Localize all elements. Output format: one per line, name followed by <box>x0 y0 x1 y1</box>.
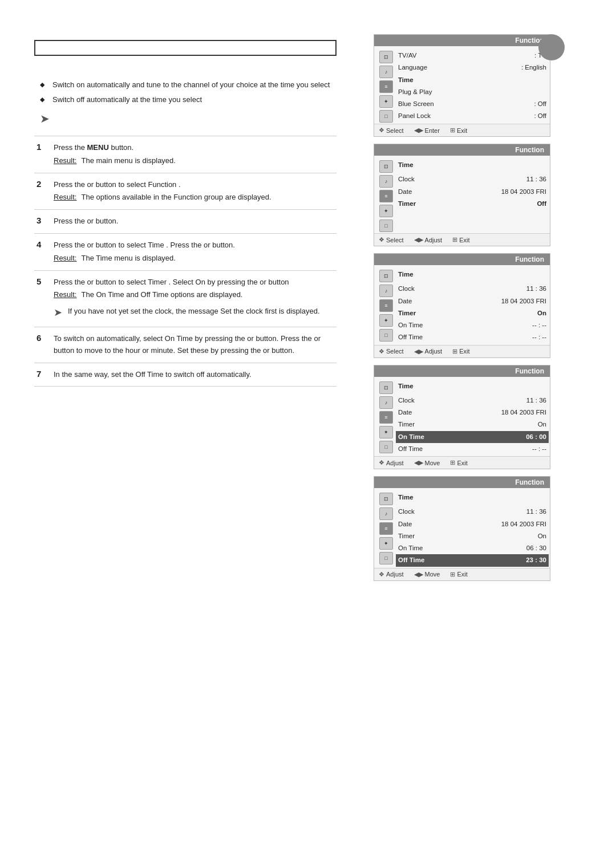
result-text: The options available in the Function gr… <box>81 192 271 204</box>
channel-icon: ≡ <box>379 522 393 535</box>
footer-icon: ❖ <box>379 236 384 243</box>
panels-container: Function⊡♪≡✦□TV/AV: TVLanguage: EnglishT… <box>359 34 565 588</box>
setup-icon: ✦ <box>379 537 393 550</box>
menu-panel-body: ⊡♪≡✦□TV/AV: TVLanguage: EnglishTimePlug … <box>374 46 550 124</box>
menu-row-label: Date <box>398 187 412 197</box>
menu-row-label: Language <box>398 63 427 72</box>
footer-item: ❖Select <box>379 127 404 134</box>
menu-row-label: Clock <box>398 396 415 405</box>
menu-row-value: On <box>537 308 546 318</box>
footer-label: Adjust <box>386 571 404 578</box>
menu-row-label: On Time <box>398 432 424 442</box>
menu-row-value: 06 : 00 <box>526 432 546 442</box>
footer-icon: ⊞ <box>450 571 455 578</box>
table-row: 1Press the MENU button.Result:The main m… <box>34 136 337 173</box>
sound-icon: ♪ <box>379 175 393 188</box>
menu-row: Off Time-- : -- <box>398 331 546 343</box>
footer-icon: ❖ <box>379 127 384 134</box>
menu-content-column: TimeClock11 : 36Date18 04 2003 FRITimerO… <box>398 159 546 232</box>
menu-panel: Function⊡♪≡✦□TimeClock11 : 36Date18 04 2… <box>374 144 550 246</box>
footer-icon: ⊞ <box>452 348 457 355</box>
menu-icons-column: ⊡♪≡✦□ <box>378 491 395 567</box>
result-text: The main menu is displayed. <box>81 155 175 167</box>
step-result: Result:The options available in the Func… <box>54 192 331 204</box>
menu-row-label: Plug & Play <box>398 87 432 97</box>
footer-label: Exit <box>457 571 467 578</box>
menu-row-value: -- : -- <box>532 320 546 330</box>
menu-row-value: Off <box>537 199 546 209</box>
menu-content-column: TimeClock11 : 36Date18 04 2003 FRITimerO… <box>398 491 546 567</box>
menu-row-value: 06 : 30 <box>526 543 546 553</box>
right-panel: Function⊡♪≡✦□TV/AV: TVLanguage: EnglishT… <box>354 23 576 811</box>
menu-panel: Function⊡♪≡✦□TimeClock11 : 36Date18 04 2… <box>374 365 550 470</box>
menu-row-label: Clock <box>398 507 415 517</box>
menu-row: Time <box>398 159 546 171</box>
menu-row: Date18 04 2003 FRI <box>398 295 546 307</box>
step-result: Result:The Time menu is displayed. <box>54 253 331 265</box>
setup-icon: ✦ <box>379 426 393 438</box>
table-row: 6To switch on automatically, select On T… <box>34 327 337 363</box>
footer-item: ◀▶Adjust <box>414 348 443 355</box>
sub-note-arrow-icon: ➤ <box>54 304 62 321</box>
step-text: Press the or button. <box>54 216 331 228</box>
menu-row: Date18 04 2003 FRI <box>398 407 546 419</box>
menu-panel-header: Function <box>374 477 550 488</box>
menu-row-label: On Time <box>398 320 423 330</box>
footer-icon: ◀▶ <box>414 127 423 134</box>
picture-icon: ⊡ <box>379 493 393 505</box>
menu-panel-header: Function <box>374 365 550 377</box>
menu-row: On Time06 : 30 <box>398 542 546 554</box>
footer-icon: ◀▶ <box>414 348 423 355</box>
menu-icons-column: ⊡♪≡✦□ <box>378 159 395 232</box>
menu-row-value: 23 : 30 <box>526 555 546 565</box>
menu-panel-footer: ❖Select◀▶Enter⊞Exit <box>374 124 550 136</box>
table-row: 7In the same way, set the Off Time to sw… <box>34 363 337 387</box>
screen-icon: □ <box>379 110 393 123</box>
screen-icon: □ <box>379 441 393 453</box>
menu-row-label: Time <box>398 493 414 502</box>
menu-panel: Function⊡♪≡✦□TimeClock11 : 36Date18 04 2… <box>374 253 550 358</box>
menu-row-label: TV/AV <box>398 51 416 60</box>
menu-row: On Time06 : 00 <box>396 431 549 443</box>
result-label: Result: <box>54 253 76 265</box>
menu-row: On Time-- : -- <box>398 319 546 331</box>
channel-icon: ≡ <box>379 299 393 312</box>
menu-content-column: TimeClock11 : 36Date18 04 2003 FRITimerO… <box>398 269 546 344</box>
sound-icon: ♪ <box>379 507 393 520</box>
step-content: Press the MENU button.Result:The main me… <box>51 136 337 173</box>
footer-item: ◀▶Move <box>414 459 440 466</box>
footer-item: ⊞Exit <box>450 127 467 134</box>
picture-icon: ⊡ <box>379 51 393 63</box>
footer-icon: ⊞ <box>450 459 455 466</box>
menu-row-label: Time <box>398 381 414 391</box>
picture-icon: ⊡ <box>379 270 393 282</box>
step-content: Press the or button to select Function .… <box>51 173 337 210</box>
menu-row-value: 18 04 2003 FRI <box>501 187 546 197</box>
menu-panel-body: ⊡♪≡✦□TimeClock11 : 36Date18 04 2003 FRIT… <box>374 265 550 345</box>
footer-icon: ◀▶ <box>414 459 423 466</box>
menu-panel-wrapper: Function⊡♪≡✦□TimeClock11 : 36Date18 04 2… <box>359 365 565 470</box>
footer-item: ⊞Exit <box>452 236 469 243</box>
menu-row-label: Blue Screen <box>398 99 434 109</box>
eng-badge <box>538 34 565 60</box>
bullet-item: Switch on automatically and tune to the … <box>40 79 337 91</box>
menu-row: TV/AV: TV <box>398 50 546 62</box>
menu-row-label: Timer <box>398 420 415 429</box>
menu-row: Time <box>398 491 546 503</box>
result-label: Result: <box>54 155 76 167</box>
menu-row: Plug & Play <box>398 86 546 98</box>
menu-row-label: Off Time <box>398 555 424 565</box>
menu-row-label: Date <box>398 519 412 529</box>
menu-row: Time <box>398 74 546 86</box>
menu-row-value: 11 : 36 <box>526 174 546 184</box>
menu-panel-wrapper: Function⊡♪≡✦□TimeClock11 : 36Date18 04 2… <box>359 144 565 246</box>
menu-row: TimerOff <box>398 198 546 210</box>
menu-panel-wrapper: Function⊡♪≡✦□TimeClock11 : 36Date18 04 2… <box>359 476 565 581</box>
footer-icon: ⊞ <box>452 236 457 243</box>
footer-label: Move <box>425 571 440 578</box>
channel-icon: ≡ <box>379 190 393 202</box>
menu-row-label: Time <box>398 160 414 170</box>
step-number: 4 <box>34 233 51 270</box>
footer-label: Exit <box>459 348 469 355</box>
sound-icon: ♪ <box>379 396 393 409</box>
